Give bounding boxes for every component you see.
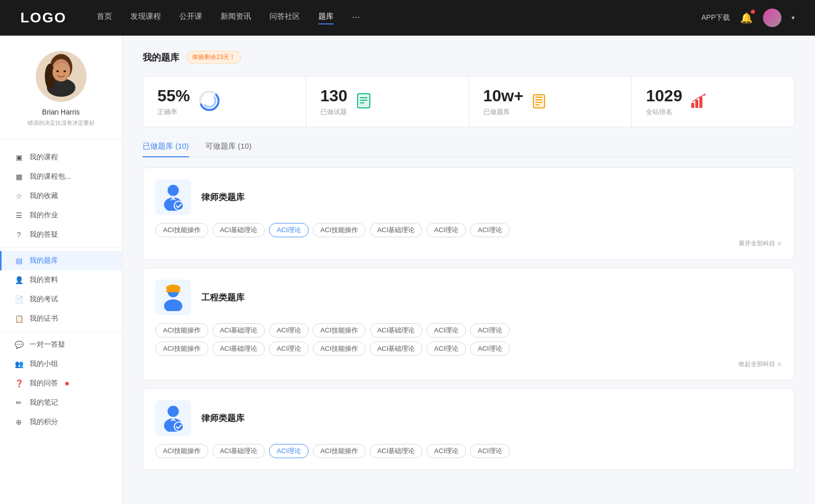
tag-aci-theory-3[interactable]: ACI理论 — [470, 223, 510, 237]
qbank-card-1-header: 律师类题库 — [155, 179, 782, 215]
avatar-image — [763, 9, 781, 27]
tag-eng-theory-6[interactable]: ACI理论 — [470, 342, 510, 356]
homework-icon: ☰ — [14, 211, 23, 219]
sidebar-item-profile[interactable]: 👤 我的资料 — [0, 270, 122, 290]
tag-eng-theory-1[interactable]: ACI理论 — [269, 323, 309, 338]
notification-bell-icon[interactable]: 🔔 — [740, 12, 753, 24]
expand-link-1[interactable]: 展开全部科目 ∨ — [155, 239, 782, 248]
svg-rect-22 — [691, 103, 694, 108]
notification-badge — [751, 10, 755, 14]
sidebar-item-exams[interactable]: 📄 我的考试 — [0, 290, 122, 309]
page-title: 我的题库 — [143, 51, 179, 64]
tag-eng-aci-skill-3[interactable]: ACI技能操作 — [155, 342, 208, 356]
svg-point-34 — [168, 406, 179, 417]
tag-law2-theory-2[interactable]: ACI理论 — [426, 444, 466, 458]
tag-eng-basic-3[interactable]: ACI基础理论 — [212, 342, 265, 356]
sidebar-item-favorites[interactable]: ☆ 我的收藏 — [0, 186, 122, 206]
sidebar-item-homework[interactable]: ☰ 我的作业 — [0, 206, 122, 225]
sidebar-motto: 错误的决定比没有决定要好 — [28, 119, 95, 127]
sidebar-item-notes[interactable]: ✏ 我的笔记 — [0, 393, 122, 412]
avatar[interactable] — [763, 9, 781, 27]
sidebar-item-1on1[interactable]: 💬 一对一答疑 — [0, 335, 122, 354]
svg-point-33 — [164, 299, 182, 311]
qbank-card-lawyer-2: 律师类题库 ACI技能操作 ACI基础理论 ACI理论 ACI技能操作 ACI基… — [143, 388, 795, 470]
svg-rect-18 — [535, 97, 542, 98]
nav-link-opencourse[interactable]: 公开课 — [179, 12, 202, 24]
svg-point-25 — [703, 94, 705, 96]
stat-done-content: 130 已做试题 — [320, 87, 347, 117]
svg-point-37 — [174, 422, 183, 431]
tag-eng-aci-skill-1[interactable]: ACI技能操作 — [155, 323, 208, 338]
sidebar-item-points[interactable]: ⊕ 我的积分 — [0, 412, 122, 432]
stat-banks-content: 10w+ 已做题库 — [483, 87, 524, 117]
tag-eng-skill-2[interactable]: ACI技能操作 — [313, 323, 366, 338]
tag-aci-skill-op-2[interactable]: ACI技能操作 — [313, 223, 366, 237]
nav-link-home[interactable]: 首页 — [97, 12, 112, 24]
chat-icon: 💬 — [14, 341, 23, 349]
qbank-card-2-header: 工程类题库 — [155, 279, 782, 315]
qbank-icon-engineer — [155, 279, 191, 315]
qbank-icon-lawyer — [155, 179, 191, 215]
tag-aci-basic-theory-1[interactable]: ACI基础理论 — [212, 223, 265, 237]
sidebar-item-group[interactable]: 👥 我的小组 — [0, 354, 122, 374]
rank-chart-icon — [690, 93, 707, 111]
sidebar-profile: Brian Harris 错误的决定比没有决定要好 — [0, 51, 122, 139]
logo: LOGO — [20, 10, 66, 26]
sidebar-item-qbank[interactable]: ▤ 我的题库 — [0, 251, 122, 270]
tag-law2-aci-skill-1[interactable]: ACI技能操作 — [155, 444, 208, 458]
tag-law2-theory-3[interactable]: ACI理论 — [470, 444, 510, 458]
banks-label: 已做题库 — [483, 107, 524, 117]
stat-rank-content: 1029 全站排名 — [646, 87, 682, 117]
sidebar-item-my-courses[interactable]: ▣ 我的课程 — [0, 148, 122, 167]
tag-aci-theory-2[interactable]: ACI理论 — [426, 223, 466, 237]
sidebar-item-certificates[interactable]: 📋 我的证书 — [0, 309, 122, 328]
qbank-icon: ▤ — [14, 257, 23, 265]
nav-link-qbank[interactable]: 题库 — [318, 12, 334, 24]
nav-more-icon[interactable]: ··· — [352, 12, 360, 24]
stat-accuracy: 55% 正确率 — [143, 76, 306, 127]
tag-law2-skill-2[interactable]: ACI技能操作 — [313, 444, 366, 458]
nav-link-qa[interactable]: 问答社区 — [269, 12, 300, 24]
tag-eng-theory-4[interactable]: ACI理论 — [269, 342, 309, 356]
tag-eng-basic-2[interactable]: ACI基础理论 — [370, 323, 423, 338]
tag-aci-theory-active-1[interactable]: ACI理论 — [269, 223, 309, 237]
page-title-row: 我的题库 体验剩余23天！ — [143, 51, 795, 64]
tag-eng-theory-2[interactable]: ACI理论 — [426, 323, 466, 338]
svg-rect-21 — [535, 104, 539, 105]
accuracy-label: 正确率 — [157, 107, 190, 117]
nav-link-news[interactable]: 新闻资讯 — [221, 12, 251, 24]
qbank-card-2-title: 工程类题库 — [201, 292, 244, 303]
qbank-card-3-tags: ACI技能操作 ACI基础理论 ACI理论 ACI技能操作 ACI基础理论 AC… — [155, 444, 782, 458]
done-label: 已做试题 — [320, 107, 347, 117]
points-icon: ⊕ — [14, 418, 23, 426]
tag-eng-basic-4[interactable]: ACI基础理论 — [370, 342, 423, 356]
svg-point-29 — [174, 201, 183, 210]
stat-done-questions: 130 已做试题 — [306, 76, 469, 127]
tag-law2-basic-2[interactable]: ACI基础理论 — [370, 444, 423, 458]
tag-eng-theory-5[interactable]: ACI理论 — [426, 342, 466, 356]
nav-link-discover[interactable]: 发现课程 — [130, 12, 161, 24]
tag-eng-skill-4[interactable]: ACI技能操作 — [313, 342, 366, 356]
tab-available-banks[interactable]: 可做题库 (10) — [205, 142, 252, 157]
svg-rect-19 — [535, 99, 542, 100]
chevron-down-icon[interactable]: ▾ — [792, 14, 795, 21]
stat-accuracy-content: 55% 正确率 — [157, 87, 190, 117]
tag-eng-basic-1[interactable]: ACI基础理论 — [212, 323, 265, 338]
tag-aci-skill-op-1[interactable]: ACI技能操作 — [155, 223, 208, 237]
sidebar-item-qa[interactable]: ❓ 我的问答 — [0, 374, 122, 393]
svg-point-5 — [52, 63, 70, 81]
collapse-link-2[interactable]: 收起全部科目 ∧ — [155, 360, 782, 369]
sidebar-item-answers[interactable]: ? 我的答疑 — [0, 225, 122, 244]
app-download-button[interactable]: APP下载 — [701, 13, 730, 22]
sidebar-item-course-packages[interactable]: ▦ 我的课程包... — [0, 167, 122, 186]
tab-done-banks[interactable]: 已做题库 (10) — [143, 142, 189, 157]
tag-aci-basic-theory-2[interactable]: ACI基础理论 — [370, 223, 423, 237]
tag-eng-theory-3[interactable]: ACI理论 — [470, 323, 510, 338]
nav-links: 首页 发现课程 公开课 新闻资讯 问答社区 题库 ··· — [97, 12, 701, 24]
svg-rect-20 — [535, 102, 542, 103]
tag-law2-basic-1[interactable]: ACI基础理论 — [212, 444, 265, 458]
group-icon: 👥 — [14, 360, 23, 368]
tabs-row: 已做题库 (10) 可做题库 (10) — [143, 142, 795, 157]
tag-law2-theory-active[interactable]: ACI理论 — [269, 444, 309, 458]
svg-point-26 — [168, 185, 179, 196]
